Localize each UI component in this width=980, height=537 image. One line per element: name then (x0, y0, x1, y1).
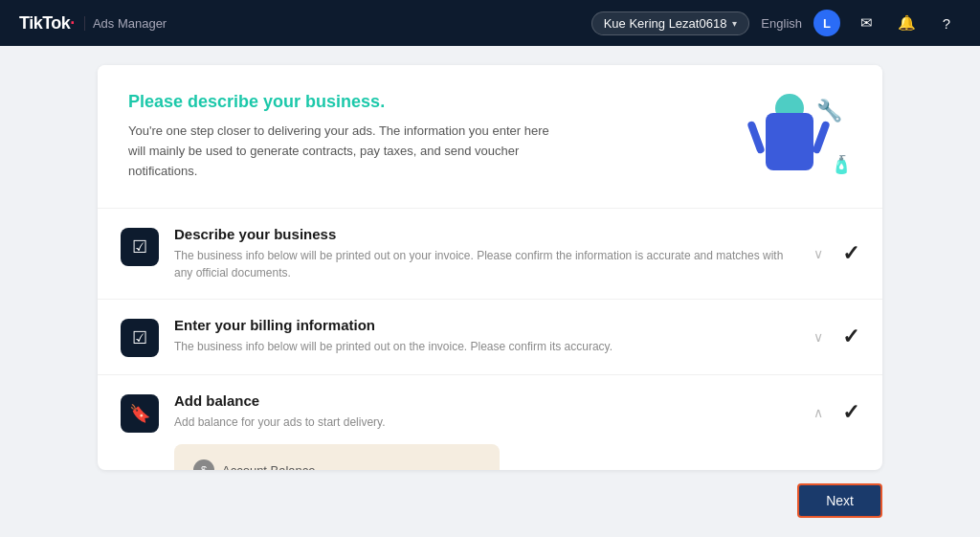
next-button[interactable]: Next (797, 483, 882, 518)
billing-icon: ☑ (132, 327, 147, 348)
step-content-describe: Describe your business The business info… (174, 226, 804, 281)
figure-arm-right (812, 120, 830, 154)
step-icon-add-balance: 🔖 (121, 394, 159, 433)
chevron-down-icon: ▾ (732, 18, 737, 29)
banner-text: Please describe your business. You're on… (128, 92, 568, 181)
steps-section: ☑ Describe your business The business in… (98, 209, 882, 470)
balance-circle-icon: $ (193, 459, 214, 470)
step-content-add-balance: Add balance Add balance for your ads to … (174, 392, 804, 431)
step-icon-billing: ☑ (121, 319, 159, 357)
header-right: Kue Kering Lezat0618 ▾ English L ✉ 🔔 ? (591, 9, 961, 37)
bottle-icon: 🧴 (831, 154, 852, 175)
step-title-describe: Describe your business (174, 226, 804, 242)
account-name: Kue Kering Lezat0618 (604, 16, 727, 31)
step-check-describe: ✓ (842, 241, 859, 266)
tiktok-logo: TikTok· (19, 13, 75, 34)
step-icon-describe: ☑ (121, 228, 159, 266)
help-icon-btn[interactable]: ? (932, 9, 961, 37)
step-row-describe-business: ☑ Describe your business The business in… (98, 209, 882, 300)
step-check-add-balance: ✓ (842, 400, 859, 425)
banner-description: You're one step closer to delivering you… (128, 122, 568, 181)
step-title-add-balance: Add balance (174, 392, 804, 409)
ads-manager-label: Ads Manager (84, 16, 167, 31)
notification-icon-btn[interactable]: 🔔 (892, 9, 921, 37)
avatar: L (813, 10, 840, 36)
main-content: Please describe your business. You're on… (0, 46, 980, 537)
describe-business-icon: ☑ (132, 236, 147, 257)
step-check-billing: ✓ (842, 324, 859, 349)
step-row-billing: ☑ Enter your billing information The bus… (98, 300, 882, 375)
header-left: TikTok· Ads Manager (19, 13, 167, 34)
add-balance-icon: 🔖 (129, 403, 150, 424)
figure-arm-left (746, 120, 765, 154)
step-chevron-describe[interactable]: ∨ (813, 246, 823, 261)
banner-illustration: 🔧 🧴 (727, 94, 852, 180)
step-desc-describe: The business info below will be printed … (174, 247, 804, 281)
banner-section: Please describe your business. You're on… (98, 65, 882, 209)
step-content-billing: Enter your billing information The busin… (174, 317, 804, 357)
wrench-icon: 🔧 (816, 99, 842, 123)
banner-title: Please describe your business. (128, 92, 568, 112)
balance-label: Account Balance (222, 463, 316, 470)
step-title-billing: Enter your billing information (174, 317, 804, 333)
figure-body (766, 113, 813, 170)
step-row-add-balance: 🔖 Add balance Add balance for your ads t… (98, 375, 882, 470)
content-card: Please describe your business. You're on… (98, 65, 882, 470)
balance-card: $ Account Balance 0 IDR TikTok + Add Bal… (174, 444, 500, 470)
step-chevron-billing[interactable]: ∨ (813, 329, 823, 345)
bottom-bar: Next (98, 483, 882, 518)
account-selector[interactable]: Kue Kering Lezat0618 ▾ (591, 11, 750, 35)
step-chevron-add-balance[interactable]: ∧ (813, 405, 823, 420)
language-label: English (761, 16, 802, 31)
header: TikTok· Ads Manager Kue Kering Lezat0618… (0, 0, 980, 46)
step-row-add-balance-header: 🔖 Add balance Add balance for your ads t… (121, 392, 859, 433)
step-desc-add-balance: Add balance for your ads to start delive… (174, 414, 804, 431)
balance-card-header: $ Account Balance (193, 459, 480, 470)
mail-icon-btn[interactable]: ✉ (852, 9, 880, 37)
step-desc-billing: The business info below will be printed … (174, 338, 804, 355)
